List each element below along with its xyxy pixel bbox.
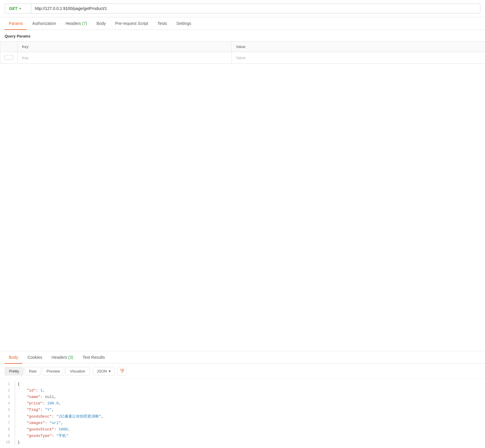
chevron-down-icon: ▾ — [19, 7, 21, 11]
response-tab-headers[interactable]: Headers (3) — [48, 351, 77, 364]
filter-button[interactable] — [117, 367, 127, 375]
tab-headers[interactable]: Headers (7) — [61, 18, 91, 30]
empty-space — [0, 64, 485, 345]
url-bar: GET ▾ — [0, 0, 485, 17]
col-checkbox — [0, 42, 18, 52]
col-key: Key — [18, 42, 232, 52]
row-checkbox[interactable] — [4, 55, 13, 60]
tab-pre-request-script[interactable]: Pre-request Script — [111, 18, 152, 30]
response-tabs-bar: Body Cookies Headers (3) Test Results — [0, 351, 485, 364]
format-bar: Pretty Raw Preview Visualize JSON ▾ — [0, 364, 485, 379]
code-line-6: 6 "goodsDesc": "2亿像素让你拍照更清晰", — [0, 413, 485, 420]
key-input-cell[interactable]: Key — [18, 52, 232, 64]
raw-button[interactable]: Raw — [25, 367, 41, 375]
code-line-9: 9 "goodsType": "手机" — [0, 433, 485, 439]
visualize-button[interactable]: Visualize — [65, 367, 89, 375]
code-line-4: 4 "price": 100.0, — [0, 400, 485, 407]
pretty-button[interactable]: Pretty — [5, 367, 23, 375]
request-tabs-bar: Params Authorization Headers (7) Body Pr… — [0, 17, 485, 30]
col-value: Value — [232, 42, 485, 52]
table-row: Key Value — [0, 52, 485, 64]
tab-settings[interactable]: Settings — [172, 18, 195, 30]
preview-button[interactable]: Preview — [42, 367, 64, 375]
json-chevron-icon: ▾ — [109, 369, 111, 373]
tab-authorization[interactable]: Authorization — [28, 18, 60, 30]
tab-params[interactable]: Params — [5, 18, 27, 30]
filter-icon — [119, 368, 125, 374]
tab-tests[interactable]: Tests — [153, 18, 171, 30]
json-format-selector[interactable]: JSON ▾ — [93, 367, 115, 375]
row-checkbox-cell — [0, 52, 18, 64]
code-line-2: 2 "id": 1, — [0, 387, 485, 394]
json-format-label: JSON — [97, 369, 107, 373]
query-params-title: Query Params — [0, 30, 485, 41]
code-line-8: 8 "goodsStock": 1000, — [0, 426, 485, 433]
url-input[interactable] — [31, 4, 480, 13]
method-selector[interactable]: GET ▾ — [5, 4, 31, 13]
response-section: Body Cookies Headers (3) Test Results Pr… — [0, 351, 485, 448]
value-input-cell[interactable]: Value — [232, 52, 485, 64]
response-tab-test-results[interactable]: Test Results — [78, 351, 109, 364]
tab-body[interactable]: Body — [92, 18, 110, 30]
response-tab-body[interactable]: Body — [5, 351, 22, 364]
response-tab-cookies[interactable]: Cookies — [23, 351, 46, 364]
code-line-7: 7 "images": "url", — [0, 420, 485, 426]
code-line-10: 10 } — [0, 439, 485, 446]
code-line-3: 3 "name": null, — [0, 394, 485, 400]
method-label: GET — [9, 6, 18, 11]
json-response-code: 1 { 2 "id": 1, 3 "name": null, 4 — [0, 379, 485, 448]
code-line-1: 1 { — [0, 381, 485, 387]
params-table: Key Value Key Value — [0, 41, 485, 64]
main-content: GET ▾ Params Authorization Headers (7) B… — [0, 0, 485, 448]
code-line-5: 5 "flag": "Y", — [0, 407, 485, 413]
